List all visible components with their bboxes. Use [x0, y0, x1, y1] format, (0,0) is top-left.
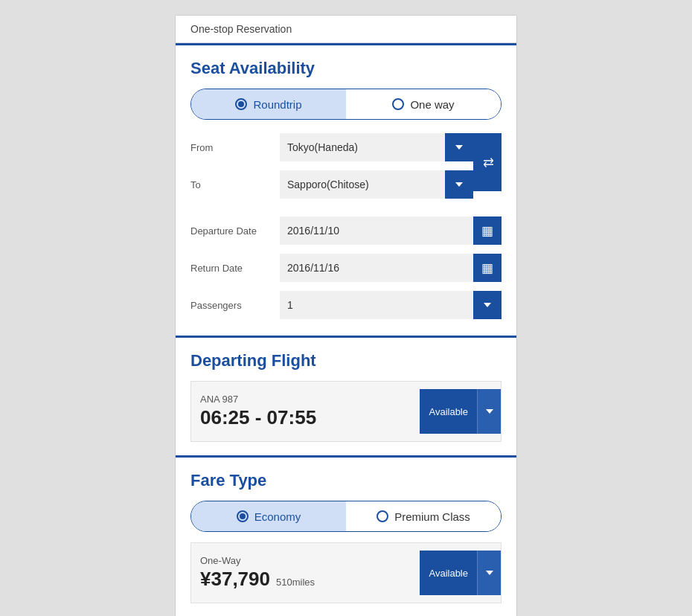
swap-button[interactable]: ⇅ [473, 133, 502, 191]
fare-type-toggle: Economy Premium Class [190, 501, 502, 532]
page-title: One-stop Reservation [190, 23, 292, 35]
premium-label: Premium Class [394, 510, 470, 523]
from-label: From [190, 142, 280, 153]
to-input[interactable] [280, 170, 445, 199]
to-dropdown-button[interactable] [445, 170, 473, 199]
swap-icon: ⇅ [479, 157, 496, 168]
departing-avail-chevron[interactable] [477, 389, 501, 434]
departing-availability-button[interactable]: Available [420, 389, 501, 434]
fare-card-inner: One-Way ¥37,790 510miles Available [191, 543, 501, 603]
premium-option[interactable]: Premium Class [346, 501, 501, 531]
from-row: From [190, 133, 473, 161]
departing-flight-card: ANA 987 06:25 - 07:55 Available [190, 381, 502, 442]
fare-price-row: ¥37,790 510miles [200, 568, 420, 591]
fare-available-label[interactable]: Available [420, 551, 477, 595]
from-to-fields: From To [190, 133, 473, 208]
trip-type-toggle: Roundtrip One way [190, 89, 502, 120]
departure-date-row: Departure Date ▦ [190, 216, 502, 245]
fare-subtitle: One-Way [200, 555, 420, 566]
return-date-label: Return Date [190, 263, 280, 274]
page-header: One-stop Reservation [176, 16, 516, 43]
departing-flight-title: Departing Flight [190, 351, 502, 370]
departing-flight-info: ANA 987 06:25 - 07:55 [200, 394, 420, 429]
fare-avail-chevron-icon [486, 571, 493, 575]
departing-flight-card-inner: ANA 987 06:25 - 07:55 Available [191, 382, 501, 441]
seat-availability-title: Seat Availability [190, 59, 502, 78]
departure-date-calendar-button[interactable]: ▦ [473, 216, 502, 245]
roundtrip-radio [235, 98, 247, 110]
return-calendar-icon: ▦ [481, 260, 493, 276]
fare-miles: 510miles [276, 577, 315, 588]
departure-calendar-icon: ▦ [481, 223, 493, 239]
premium-radio [377, 510, 388, 522]
from-to-wrapper: From To [190, 133, 502, 208]
departing-flight-number: ANA 987 [200, 394, 420, 405]
roundtrip-option[interactable]: Roundtrip [191, 89, 346, 119]
fare-type-section: Fare Type Economy Premium Class One-Way … [176, 458, 516, 616]
departure-date-input-group: ▦ [280, 216, 502, 245]
oneway-label: One way [410, 98, 454, 111]
passengers-chevron-icon [484, 303, 491, 307]
oneway-option[interactable]: One way [346, 89, 501, 119]
return-date-input[interactable] [280, 254, 473, 282]
departure-date-label: Departure Date [190, 225, 280, 237]
fare-price: ¥37,790 [200, 568, 270, 591]
reservation-page: One-stop Reservation Seat Availability R… [175, 15, 517, 616]
fare-card: One-Way ¥37,790 510miles Available [190, 542, 502, 603]
from-chevron-icon [455, 145, 463, 150]
return-date-calendar-button[interactable]: ▦ [473, 254, 502, 282]
economy-label: Economy [254, 510, 301, 523]
departure-date-input[interactable] [280, 216, 473, 245]
from-input[interactable] [280, 133, 445, 161]
oneway-radio [392, 98, 404, 110]
return-date-row: Return Date ▦ [190, 254, 502, 282]
roundtrip-label: Roundtrip [253, 98, 301, 111]
departing-flight-section: Departing Flight ANA 987 06:25 - 07:55 A… [176, 338, 516, 455]
passengers-row: Passengers [190, 291, 502, 319]
to-chevron-icon [455, 182, 463, 187]
fare-type-title: Fare Type [190, 471, 502, 490]
to-input-group [280, 170, 473, 199]
fare-info: One-Way ¥37,790 510miles [200, 555, 420, 591]
departing-flight-time: 06:25 - 07:55 [200, 406, 420, 429]
economy-radio [237, 510, 249, 522]
departing-avail-chevron-icon [486, 409, 493, 414]
return-date-input-group: ▦ [280, 254, 502, 282]
from-dropdown-button[interactable] [445, 133, 473, 161]
departing-available-label[interactable]: Available [420, 389, 477, 434]
to-row: To [190, 170, 473, 199]
fare-avail-chevron[interactable] [477, 551, 501, 595]
fare-availability-button[interactable]: Available [420, 551, 501, 595]
seat-availability-section: Seat Availability Roundtrip One way From [176, 45, 516, 336]
to-label: To [190, 179, 280, 190]
economy-option[interactable]: Economy [191, 501, 346, 531]
passengers-input[interactable] [280, 291, 473, 319]
from-input-group [280, 133, 473, 161]
passengers-dropdown-button[interactable] [473, 291, 502, 319]
passengers-input-group [280, 291, 502, 319]
passengers-label: Passengers [190, 300, 280, 311]
